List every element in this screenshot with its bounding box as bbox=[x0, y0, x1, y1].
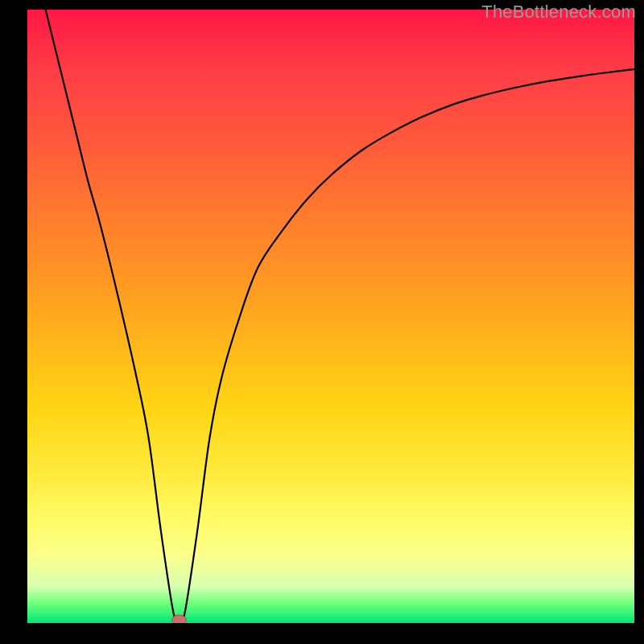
chart-stage: TheBottleneck.com bbox=[0, 0, 644, 644]
optimal-point-marker bbox=[172, 615, 187, 623]
watermark-text: TheBottleneck.com bbox=[481, 2, 636, 23]
bottleneck-curve bbox=[46, 10, 634, 623]
curve-layer bbox=[27, 10, 634, 623]
plot-area bbox=[27, 10, 634, 623]
